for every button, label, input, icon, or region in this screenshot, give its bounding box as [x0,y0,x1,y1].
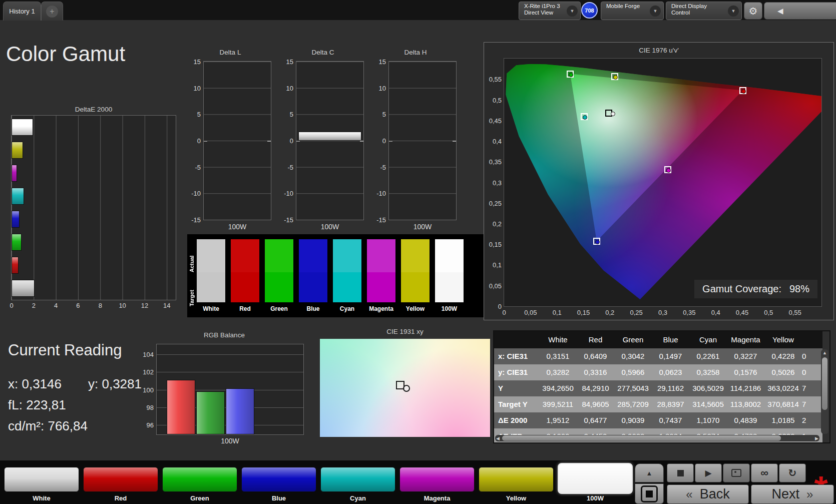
swatch-label: Yellow [401,305,430,312]
pattern-source-dropdown[interactable]: Mobile Forge ▼ [601,2,664,20]
pattern-button-green[interactable] [162,467,237,492]
pattern-label: Cyan [320,494,395,502]
add-tab-button[interactable]: + [41,2,63,21]
meter-mode: Direct View [524,10,565,16]
col-blue: Blue [652,331,689,348]
table-row: y: CIE31 0,32820,3316 0,59660,0623 0,325… [494,364,822,380]
axis-tick: 0,45 [489,117,502,124]
gamut-point-magenta [664,166,671,173]
axis-tick: 0 [382,137,386,145]
meter-count-badge[interactable]: 708 [581,2,598,19]
pattern-label: Yellow [479,494,554,502]
infinity-icon: ∞ [760,466,768,479]
axis-tick: 0,15 [577,309,590,316]
axis-tick: 0,25 [489,199,502,207]
collapse-panel-button[interactable]: ◀ [764,2,836,20]
pattern-window-button[interactable] [723,463,750,482]
axis-tick: 0,5 [493,96,502,104]
rgb-balance-title: RGB Balance [142,331,306,339]
pattern-button-yellow[interactable] [479,467,554,492]
pattern-button-blue[interactable] [241,467,316,492]
chevron-down-icon[interactable]: ▼ [650,6,661,17]
swatch-label: Green [265,305,293,312]
pattern-button-cyan[interactable] [320,467,395,492]
axis-tick: 6 [76,302,80,309]
axis-tick: -15 [376,216,386,224]
pattern-label: 100W [558,494,633,502]
axis-tick: 0,5 [764,309,773,316]
gamut-point-white [605,110,612,117]
axis-tick: -10 [191,190,201,197]
axis-tick: 5 [382,111,386,118]
axis-tick: 2 [32,302,36,309]
axis-tick: 5 [290,111,293,118]
delta-l-gridlines [204,62,271,220]
refresh-icon: ↻ [788,467,797,479]
back-button[interactable]: « Back [667,484,749,504]
swatch-label: Cyan [333,305,361,312]
swatch-label: Red [231,305,259,312]
repeat-button[interactable]: ↻ [779,463,806,482]
reading-cdm2: cd/m²: 766,84 [8,418,88,434]
gamut-coverage-value: 98% [789,283,809,295]
pattern-window-icon [731,469,741,477]
axis-tick: 14 [163,302,170,309]
col-magenta: Magenta [727,331,764,348]
scroll-right-icon[interactable]: ▶ [815,436,818,441]
continuous-measure-button[interactable]: ∞ [751,463,778,482]
axis-tick: 0,05 [489,282,502,289]
table-horizontal-scrollbar[interactable]: ◀ ▶ [495,435,819,441]
axis-tick: 0,35 [489,158,502,166]
pattern-button-100w[interactable] [558,463,633,494]
axis-tick: 104 [143,350,154,358]
reading-x: x: 0,3146 [8,376,62,392]
gamut-point-red [739,87,746,94]
swatch-100w [435,239,464,302]
delta-l-title: Delta L [186,49,274,56]
delta-c-bar [298,132,361,141]
chevron-down-icon[interactable]: ▼ [728,6,739,17]
pattern-button-magenta[interactable] [399,467,475,492]
axis-tick: 10 [286,84,293,92]
pattern-label: White [4,494,79,502]
axis-tick: 0 [197,137,201,145]
actual-target-swatch-panel: Actual Target White Red Green Blue Cya [187,234,485,317]
pattern-button-white[interactable] [4,467,79,492]
table-vertical-scrollbar[interactable]: ▲ [821,349,828,434]
actual-row-label: Actual [189,240,195,272]
meter-dropdown[interactable]: X-Rite i1Pro 3 Direct View ▼ [519,2,581,20]
expand-up-button[interactable]: ▲ [635,463,664,482]
axis-tick: 10 [379,84,386,92]
gamut-coverage-readout: Gamut Coverage: 98% [694,280,817,298]
deltae-bar-yellow [12,142,23,159]
col-yellow: Yellow [764,331,802,348]
axis-tick: 10 [119,302,126,309]
next-button[interactable]: Next » [751,484,834,504]
deltae-bar-green [12,234,22,251]
col-cyan: Cyan [689,331,727,348]
tab-history-1[interactable]: History 1 [3,2,41,21]
axis-tick: 0,55 [489,76,502,83]
scrollbar-thumb[interactable] [822,357,827,410]
axis-tick: 0 [290,137,293,145]
axis-tick: 0,1 [553,309,562,316]
chevron-down-icon[interactable]: ▼ [567,6,578,17]
display-control-dropdown[interactable]: Direct Display Control ▼ [666,2,742,20]
scroll-left-icon[interactable]: ◀ [496,436,500,441]
delta-l-chart: 15 10 5 0 -5 -10 -15 100W [203,61,271,220]
axis-tick: 102 [143,368,154,376]
pattern-label: Blue [241,494,316,502]
axis-tick: 0 [10,302,13,309]
stop-measure-toggle-button[interactable] [635,483,664,504]
gamut-coverage-label: Gamut Coverage: [702,283,781,295]
scrollbar-thumb[interactable] [502,435,781,441]
scroll-up-icon[interactable]: ▲ [821,350,828,355]
play-button[interactable]: ▶ [695,463,722,482]
pattern-button-red[interactable] [83,467,158,492]
axis-tick: -5 [380,163,386,171]
gamut-point-green [567,71,574,78]
settings-button[interactable]: ⚙ [744,2,762,20]
stop-button[interactable] [667,463,694,482]
axis-tick: 0,05 [524,309,537,316]
page-title: Color Gamut [6,42,125,66]
